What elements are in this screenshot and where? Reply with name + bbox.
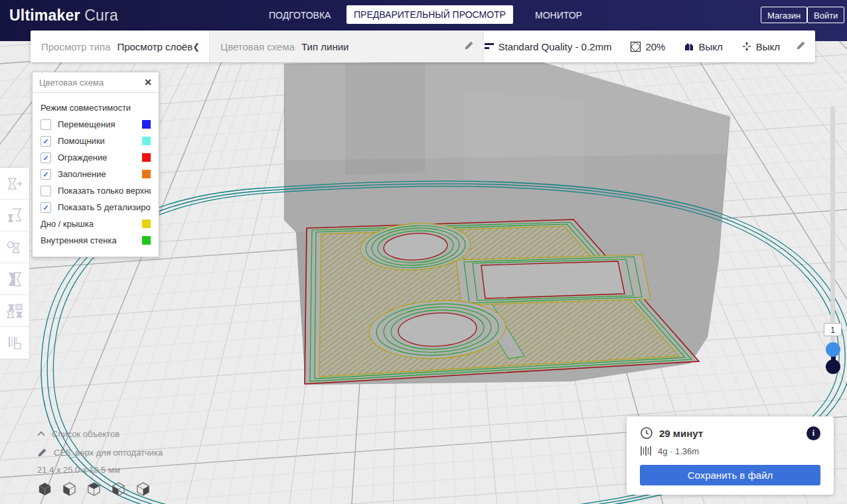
color-scheme-row-label: Перемещения bbox=[58, 119, 115, 129]
view-type-value: Просмотр слоёв bbox=[117, 41, 193, 52]
support-icon bbox=[684, 42, 694, 52]
collapse-chevron-icon[interactable]: ❮ bbox=[193, 42, 200, 52]
color-scheme-panel-title: Цветовая схема bbox=[39, 78, 144, 88]
checkbox-checked[interactable]: ✓ bbox=[40, 153, 51, 163]
close-icon[interactable]: ✕ bbox=[144, 77, 152, 88]
color-scheme-row[interactable]: Показать только верхни... bbox=[40, 182, 151, 199]
color-swatch bbox=[142, 170, 151, 178]
color-scheme-row-label: Ограждение bbox=[58, 153, 108, 162]
view-preset-left-icon[interactable] bbox=[111, 481, 126, 497]
adhesion-icon bbox=[741, 41, 752, 52]
clock-icon bbox=[640, 426, 653, 440]
color-scheme-selector[interactable]: Цветовая схема Тип линии bbox=[210, 31, 483, 62]
rename-pencil-icon[interactable] bbox=[37, 448, 47, 458]
rotate-tool-icon bbox=[6, 239, 23, 255]
tab-monitor[interactable]: МОНИТОР bbox=[535, 0, 582, 31]
view-preset-top-icon[interactable] bbox=[86, 481, 102, 497]
color-scheme-row[interactable]: ✓Помощники bbox=[40, 133, 151, 149]
scale-tool-button[interactable] bbox=[0, 200, 29, 231]
profile-value: Standard Quality - 0.2mm bbox=[499, 41, 612, 52]
color-swatch bbox=[142, 220, 151, 228]
mirror-tool-button[interactable] bbox=[0, 263, 29, 295]
color-swatch bbox=[142, 120, 151, 129]
scheme-label: Цветовая схема bbox=[220, 41, 295, 52]
layer-slider-track[interactable] bbox=[830, 106, 835, 342]
color-swatch bbox=[142, 137, 151, 145]
color-scheme-row-label: Помощники bbox=[58, 136, 105, 146]
view-preset-right-icon[interactable] bbox=[135, 481, 151, 497]
color-scheme-row-label: Режим совместимости bbox=[40, 103, 131, 113]
logo-cura: Cura bbox=[84, 7, 118, 24]
info-icon[interactable]: i bbox=[807, 426, 820, 440]
camera-view-presets bbox=[37, 481, 163, 497]
move-tool-button[interactable] bbox=[0, 168, 29, 200]
color-scheme-rows: Режим совместимостиПеремещения✓Помощники… bbox=[33, 93, 159, 257]
print-time: 29 минут bbox=[659, 428, 801, 439]
view-preset-3d-icon[interactable] bbox=[37, 481, 52, 497]
object-list-label: Список объектов bbox=[52, 429, 119, 439]
color-scheme-row[interactable]: Перемещения bbox=[40, 116, 151, 133]
adhesion-summary[interactable]: Выкл bbox=[741, 41, 780, 52]
checkbox-checked[interactable]: ✓ bbox=[40, 136, 51, 147]
color-scheme-row[interactable]: ✓Показать 5 детализирова... bbox=[40, 199, 151, 216]
profile-summary[interactable]: Standard Quality - 0.2mm bbox=[484, 41, 612, 52]
per-model-settings-icon bbox=[6, 303, 23, 319]
infill-icon bbox=[630, 41, 641, 52]
color-scheme-row[interactable]: ✓Заполнение bbox=[40, 166, 151, 182]
layer-slider-handle-bottom[interactable] bbox=[826, 359, 840, 374]
scheme-value: Тип линии bbox=[301, 41, 348, 52]
color-scheme-row[interactable]: ✓Ограждение bbox=[40, 149, 151, 166]
edit-scheme-pencil-icon[interactable] bbox=[464, 40, 474, 52]
layers-icon bbox=[484, 42, 495, 51]
color-scheme-row-label: Заполнение bbox=[58, 169, 106, 179]
sign-in-button[interactable]: Войти bbox=[807, 7, 844, 23]
color-scheme-row: Внутренняя стенка bbox=[40, 232, 151, 249]
view-preset-front-icon[interactable] bbox=[62, 481, 77, 497]
checkbox-checked[interactable]: ✓ bbox=[40, 202, 51, 213]
object-list-toggle[interactable]: Список объектов bbox=[37, 424, 163, 443]
checkbox-checked[interactable]: ✓ bbox=[40, 169, 51, 180]
tab-prepare[interactable]: ПОДГОТОВКА bbox=[269, 0, 331, 31]
layer-number-label: 1 bbox=[824, 323, 842, 336]
color-scheme-row-label: Показать только верхни... bbox=[58, 186, 151, 196]
color-scheme-row: Режим совместимости bbox=[40, 99, 151, 116]
tab-preview[interactable]: ПРЕДВАРИТЕЛЬНЫЙ ПРОСМОТР bbox=[346, 5, 513, 24]
color-scheme-row-label: Показать 5 детализирова... bbox=[58, 202, 151, 212]
cura-window: Ultimaker Cura ПОДГОТОВКА ПРЕДВАРИТЕЛЬНЫ… bbox=[0, 0, 847, 504]
print-setup-summary[interactable]: Standard Quality - 0.2mm 20% Выкл bbox=[484, 31, 816, 62]
infill-summary[interactable]: 20% bbox=[630, 41, 665, 52]
move-tool-icon bbox=[6, 176, 23, 192]
tool-sidebar bbox=[0, 167, 30, 359]
logo-ultimaker: Ultimaker bbox=[9, 7, 80, 24]
support-summary[interactable]: Выкл bbox=[684, 41, 722, 52]
view-toolbar: Просмотр типа Просмотр слоёв ❮ Цветовая … bbox=[31, 31, 815, 62]
object-name: CE5_верх для оптодатчика bbox=[54, 448, 163, 458]
chevron-up-icon bbox=[37, 431, 45, 436]
color-swatch bbox=[142, 236, 151, 245]
output-panel: 29 минут i 4g · 1.36m Сохранить в файл bbox=[627, 416, 834, 495]
view-type-selector[interactable]: Просмотр типа Просмотр слоёв ❮ bbox=[31, 31, 210, 62]
checkbox-unchecked[interactable] bbox=[40, 119, 51, 130]
app-logo: Ultimaker Cura bbox=[9, 7, 118, 25]
support-value: Выкл bbox=[698, 41, 722, 52]
color-scheme-row-label: Внутренняя стенка bbox=[40, 235, 117, 245]
edit-setup-pencil-icon[interactable] bbox=[796, 40, 806, 52]
save-to-file-button[interactable]: Сохранить в файл bbox=[640, 465, 820, 485]
object-name-row: CE5_верх для оптодатчика bbox=[37, 443, 163, 462]
color-scheme-row: Дно / крышка bbox=[40, 216, 151, 232]
adhesion-value: Выкл bbox=[756, 41, 780, 52]
rotate-tool-button[interactable] bbox=[0, 231, 29, 263]
per-model-settings-button[interactable] bbox=[0, 295, 29, 327]
mirror-tool-icon bbox=[6, 271, 23, 287]
support-blocker-button[interactable] bbox=[0, 327, 29, 359]
color-scheme-row-label: Дно / крышка bbox=[40, 219, 94, 229]
object-dimensions: 21.4 x 25.0 x 13.5 мм bbox=[37, 465, 120, 475]
layer-slider-handle-top[interactable] bbox=[826, 342, 840, 357]
color-scheme-panel-header: Цветовая схема ✕ bbox=[33, 72, 159, 93]
color-swatch bbox=[142, 153, 151, 162]
color-scheme-panel: Цветовая схема ✕ Режим совместимостиПере… bbox=[32, 72, 159, 257]
object-list: Список объектов CE5_верх для оптодатчика… bbox=[37, 424, 163, 497]
checkbox-unchecked[interactable] bbox=[40, 186, 51, 196]
marketplace-button[interactable]: Магазин bbox=[761, 7, 807, 23]
view-type-label: Просмотр типа bbox=[41, 41, 110, 52]
